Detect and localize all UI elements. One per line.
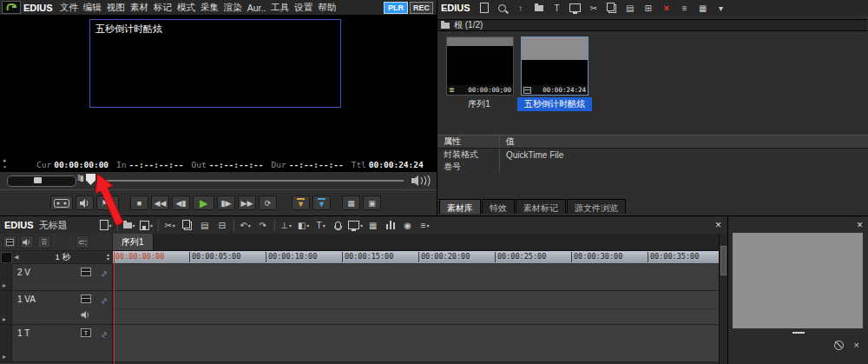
menu-item-edit[interactable]: 编辑 xyxy=(81,2,104,14)
disable-icon[interactable] xyxy=(834,341,844,350)
layout-icon[interactable]: ▦ xyxy=(694,2,712,15)
new-sequence-icon[interactable]: ▾ xyxy=(97,219,115,232)
ruler-scale-label[interactable]: 1 秒 xyxy=(18,252,107,263)
redo-icon[interactable]: ↷ xyxy=(254,219,272,232)
clip-name-selected[interactable]: 五秒倒计时酷炫 xyxy=(517,97,592,111)
deck-button[interactable] xyxy=(50,195,73,210)
grid-mode-icon[interactable]: ▦ xyxy=(365,219,382,232)
track-expand-button[interactable]: ▸ xyxy=(0,264,12,290)
menu-item-settings[interactable]: 设置 xyxy=(292,2,315,14)
scale-box-icon[interactable] xyxy=(1,252,12,263)
title-track-row[interactable] xyxy=(113,325,719,362)
undo-icon[interactable]: ↶▾ xyxy=(237,219,254,232)
loop-play-button[interactable]: ⟳ xyxy=(259,195,277,210)
menu-item-aur[interactable]: Aur.. xyxy=(245,3,269,13)
scrollbar-thumb[interactable] xyxy=(720,246,727,275)
track-header-video-audio[interactable]: ▸ 1 VA ∿ xyxy=(0,291,112,325)
shuttle-handle[interactable] xyxy=(34,177,42,183)
menu-item-view[interactable]: 视图 xyxy=(104,2,128,14)
save-icon[interactable]: ▾ xyxy=(138,219,155,232)
menu-item-render[interactable]: 渲染 xyxy=(221,2,245,14)
track-header-video[interactable]: ▸ 2 V ∿ xyxy=(0,264,112,291)
playhead[interactable] xyxy=(114,250,115,364)
batch-export-button[interactable]: ▣ xyxy=(363,195,381,210)
menu-item-capture[interactable]: 采集 xyxy=(198,2,221,14)
new-window-icon[interactable] xyxy=(476,2,493,15)
clip-card-selected[interactable]: 00:00:24:24 五秒倒计时酷炫 xyxy=(517,36,592,111)
sync-lock-icon[interactable]: ⊂: xyxy=(76,235,89,248)
voiceover-button[interactable] xyxy=(76,195,94,210)
position-slider-handle[interactable] xyxy=(86,174,95,185)
plr-mode-button[interactable]: PLR xyxy=(384,2,408,14)
track-expand-button[interactable]: ▸ xyxy=(0,325,12,361)
sequence-tab[interactable]: 序列1 xyxy=(113,234,154,250)
title-icon[interactable]: T xyxy=(549,2,566,15)
menu-item-file[interactable]: 文件 xyxy=(57,2,81,14)
paste-icon[interactable]: ▤ xyxy=(196,219,214,232)
add-clip-icon[interactable]: ⊞ xyxy=(640,2,657,15)
close-timeline-icon[interactable]: × xyxy=(715,219,721,231)
fast-forward-button[interactable]: ▶▶ xyxy=(238,195,256,210)
video-audio-track-row[interactable] xyxy=(113,291,719,325)
marker-button[interactable]: ⚑▼ xyxy=(96,195,119,210)
clip-thumbnail[interactable]: 00:00:24:24 xyxy=(521,36,589,96)
add-cut-point-icon[interactable]: ⊥▾ xyxy=(278,219,295,232)
delete-red-x-icon[interactable]: × xyxy=(658,2,675,15)
stop-button[interactable]: ■ xyxy=(130,195,148,210)
add-title-icon[interactable]: T▾ xyxy=(312,219,330,232)
position-track[interactable] xyxy=(98,180,404,182)
audio-channel-icon[interactable] xyxy=(81,307,91,322)
tab-bin[interactable]: 素材库 xyxy=(439,199,481,214)
cut-icon[interactable]: ✂▾ xyxy=(161,219,179,232)
export-disc-icon[interactable]: ◉ xyxy=(399,219,417,232)
folder-up-icon[interactable] xyxy=(530,2,548,15)
video-channel-icon[interactable] xyxy=(81,268,91,276)
audio-panel-icon[interactable] xyxy=(20,235,34,248)
close-palette-icon[interactable]: × xyxy=(857,219,863,231)
view-dropdown-icon[interactable]: ▾ xyxy=(713,2,730,15)
mixer-icon[interactable] xyxy=(382,219,399,232)
video-panel-icon[interactable] xyxy=(3,235,16,248)
copy-icon[interactable] xyxy=(179,219,196,232)
ripple-delete-icon[interactable]: ⊟ xyxy=(214,219,231,232)
video-track-row[interactable] xyxy=(113,264,719,291)
copy-icon[interactable] xyxy=(603,2,621,15)
resize-handle[interactable] xyxy=(792,332,805,334)
track-sync-icon[interactable]: ∿ xyxy=(99,331,108,338)
title-channel-icon[interactable]: T xyxy=(81,328,91,337)
track-sync-icon[interactable]: ∿ xyxy=(99,297,108,304)
track-header-title[interactable]: ▸ 1 T T ∿ xyxy=(0,325,112,362)
menu-item-help[interactable]: 帮助 xyxy=(315,2,339,14)
properties-icon[interactable]: ≡ xyxy=(676,2,694,15)
panes-icon[interactable]: ⠿ xyxy=(37,235,51,248)
scale-spinner[interactable]: ▴▾ xyxy=(107,253,109,261)
clip-name[interactable]: 序列1 xyxy=(446,97,512,111)
step-back-button[interactable]: ◀▮ xyxy=(172,195,190,210)
menu-item-mode[interactable]: 模式 xyxy=(174,2,198,14)
menu-item-clip[interactable]: 素材 xyxy=(128,2,151,14)
cut-icon[interactable]: ✂ xyxy=(585,2,602,15)
clip-thumbnail[interactable]: ≣ 00:00:00;00 xyxy=(446,36,514,96)
menu-item-tools[interactable]: 工具 xyxy=(268,2,292,14)
track-expand-button[interactable]: ▸ xyxy=(0,291,12,324)
open-project-icon[interactable]: ▾ xyxy=(121,219,138,232)
voiceover-icon[interactable] xyxy=(330,219,347,232)
rec-mode-button[interactable]: REC xyxy=(410,2,433,14)
video-channel-icon[interactable] xyxy=(81,295,91,303)
timeline-vertical-scrollbar[interactable] xyxy=(719,234,727,364)
track-sync-icon[interactable]: ∿ xyxy=(99,270,108,277)
capture-icon[interactable]: ▾ xyxy=(347,219,365,232)
clip-card-sequence[interactable]: ≣ 00:00:00;00 序列1 xyxy=(446,36,512,111)
bin-folder-path[interactable]: 根 (1/2) xyxy=(437,19,867,31)
audio-output-icon[interactable] xyxy=(410,175,432,190)
up-level-icon[interactable]: ↑ xyxy=(512,2,529,15)
tab-effects[interactable]: 特效 xyxy=(482,199,515,214)
monitor-icon[interactable] xyxy=(567,2,584,15)
tab-source-browser[interactable]: 源文件浏览 xyxy=(567,199,626,214)
menu-list-icon[interactable]: ≡▾ xyxy=(417,219,434,232)
search-icon[interactable] xyxy=(494,2,511,15)
step-forward-button[interactable]: ▮▶ xyxy=(217,195,235,210)
shuttle-slider[interactable] xyxy=(7,175,76,187)
play-button[interactable]: ▶ xyxy=(193,195,214,210)
menu-item-marker[interactable]: 标记 xyxy=(151,2,174,14)
